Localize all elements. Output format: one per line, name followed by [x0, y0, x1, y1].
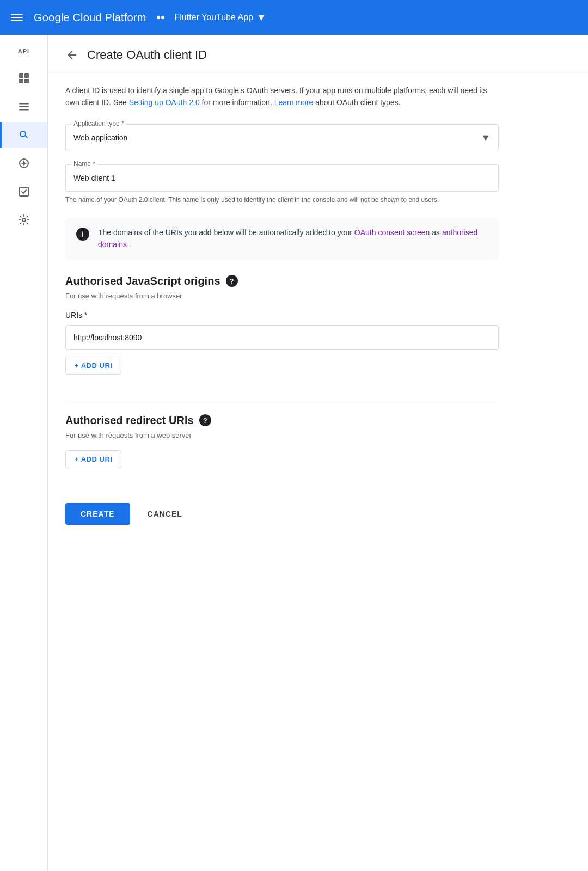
- info-box: i The domains of the URIs you add below …: [65, 218, 499, 260]
- project-divider: [155, 12, 166, 23]
- name-input[interactable]: [66, 165, 498, 191]
- redirect-uris-section: Authorised redirect URIs ? For use with …: [65, 414, 499, 468]
- name-group: Name * The name of your OAuth 2.0 client…: [65, 164, 499, 205]
- sidebar-item-tasks[interactable]: [0, 179, 47, 205]
- active-indicator: [0, 122, 2, 148]
- svg-rect-8: [19, 109, 29, 111]
- sidebar: API: [0, 35, 48, 871]
- info-icon: i: [76, 228, 89, 241]
- page-header: Create OAuth client ID: [48, 35, 588, 71]
- js-origins-help-icon[interactable]: ?: [226, 275, 238, 287]
- back-button[interactable]: [65, 48, 78, 62]
- learn-more-link[interactable]: Learn more: [274, 98, 314, 107]
- js-origins-heading: Authorised JavaScript origins ?: [65, 275, 499, 287]
- redirect-uris-desc: For use with requests from a web server: [65, 431, 499, 439]
- js-origins-section: Authorised JavaScript origins ? For use …: [65, 275, 499, 375]
- cancel-button[interactable]: CANCEL: [139, 503, 191, 525]
- menu-icon[interactable]: [9, 11, 25, 23]
- sidebar-item-products[interactable]: [0, 94, 47, 120]
- svg-rect-5: [24, 79, 29, 83]
- description-text: A client ID is used to identify a single…: [65, 84, 499, 109]
- bottom-actions: CREATE CANCEL: [65, 494, 499, 547]
- sidebar-item-credentials[interactable]: [0, 122, 47, 148]
- redirect-uris-heading: Authorised redirect URIs ?: [65, 414, 499, 427]
- sidebar-item-explore[interactable]: [0, 150, 47, 176]
- sidebar-item-dashboard[interactable]: [0, 65, 47, 91]
- consent-screen-link[interactable]: OAuth consent screen: [354, 228, 430, 237]
- explore-icon: [17, 157, 30, 170]
- uris-label: URIs *: [65, 311, 499, 320]
- js-origins-desc: For use with requests from a browser: [65, 292, 499, 300]
- app-type-group: Application type * Web application ▼: [65, 124, 499, 151]
- top-navbar: Google Cloud Platform Flutter YouTube Ap…: [0, 0, 588, 35]
- project-selector[interactable]: Flutter YouTube App ▼: [175, 12, 266, 23]
- svg-point-14: [22, 218, 26, 222]
- main-content: Create OAuth client ID A client ID is us…: [48, 35, 588, 871]
- svg-rect-6: [19, 103, 29, 105]
- main-layout: API: [0, 35, 588, 871]
- tasks-icon: [17, 185, 30, 198]
- svg-rect-7: [19, 106, 29, 108]
- name-label: Name *: [71, 160, 97, 168]
- products-icon: [17, 100, 30, 113]
- dashboard-icon: [17, 72, 30, 85]
- svg-rect-13: [20, 187, 28, 196]
- brand-name: Google Cloud Platform: [34, 11, 146, 24]
- form-area: A client ID is used to identify a single…: [48, 71, 516, 560]
- name-field: Name *: [65, 164, 499, 192]
- sidebar-item-settings[interactable]: [0, 207, 47, 233]
- app-type-field: Application type * Web application ▼: [65, 124, 499, 151]
- svg-point-9: [20, 131, 26, 137]
- app-type-label: Application type *: [71, 120, 126, 127]
- svg-point-0: [157, 16, 160, 19]
- svg-rect-3: [24, 73, 29, 78]
- svg-rect-4: [19, 79, 23, 83]
- add-uri-button-1[interactable]: + ADD URI: [65, 357, 121, 375]
- svg-rect-2: [19, 73, 23, 78]
- uris-input[interactable]: [66, 326, 498, 349]
- app-type-select[interactable]: Web application: [66, 125, 498, 151]
- create-button[interactable]: CREATE: [65, 503, 130, 525]
- settings-icon: [17, 213, 30, 226]
- svg-point-1: [161, 16, 164, 19]
- chevron-down-icon: ▼: [256, 12, 266, 23]
- uris-input-wrapper: [65, 325, 499, 350]
- api-label: API: [18, 44, 29, 59]
- name-helper: The name of your OAuth 2.0 client. This …: [65, 195, 499, 205]
- section-divider: [65, 401, 499, 401]
- oauth-setup-link[interactable]: Setting up OAuth 2.0: [129, 98, 200, 107]
- page-title: Create OAuth client ID: [87, 48, 207, 62]
- redirect-uris-help-icon[interactable]: ?: [199, 414, 211, 426]
- info-text: The domains of the URIs you add below wi…: [98, 226, 488, 251]
- credentials-icon: [17, 128, 30, 142]
- add-uri-button-2[interactable]: + ADD URI: [65, 450, 121, 468]
- svg-marker-12: [20, 160, 28, 167]
- svg-rect-10: [24, 135, 28, 138]
